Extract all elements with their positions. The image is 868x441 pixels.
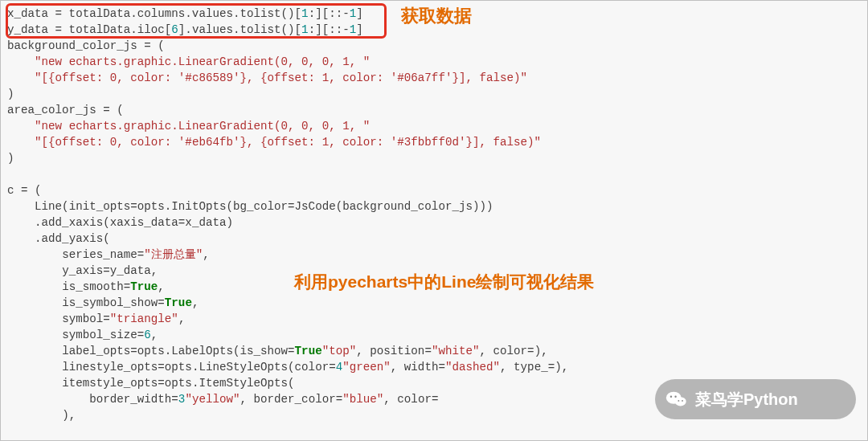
svg-point-4 xyxy=(678,400,679,402)
watermark-pill: 菜鸟学Python xyxy=(655,379,856,419)
svg-point-2 xyxy=(670,396,672,398)
code-block: x_data = totalData.columns.values.tolist… xyxy=(7,6,861,423)
annotation-line-chart: 利用pyecharts中的Line绘制可视化结果 xyxy=(294,274,594,290)
svg-point-1 xyxy=(675,397,686,406)
svg-point-3 xyxy=(674,396,676,398)
wechat-icon xyxy=(663,386,690,413)
code-screenshot-page: 获取数据 利用pyecharts中的Line绘制可视化结果 x_data = t… xyxy=(0,0,868,441)
svg-point-5 xyxy=(682,400,683,402)
watermark-text: 菜鸟学Python xyxy=(695,391,798,407)
annotation-fetch-data: 获取数据 xyxy=(401,8,472,24)
